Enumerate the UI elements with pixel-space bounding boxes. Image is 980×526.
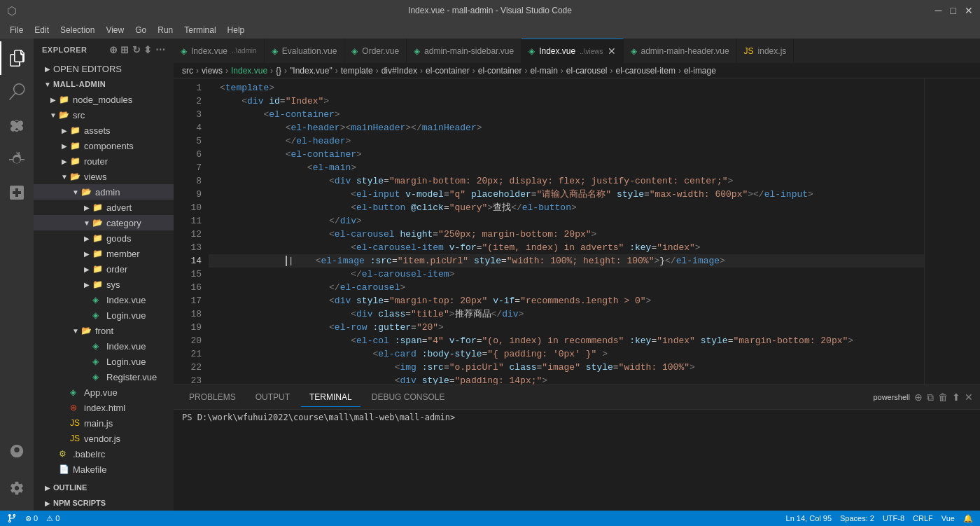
panel-tab-output[interactable]: OUTPUT	[247, 388, 298, 406]
sidebar-item-sys[interactable]: ▶ 📁 sys	[34, 277, 174, 292]
index-html-label: index.html	[84, 403, 125, 413]
sidebar-item-register[interactable]: ◈ Register.vue	[34, 369, 174, 385]
status-filetype[interactable]: Vue	[941, 514, 955, 522]
breadcrumb-carousel[interactable]: el-carousel	[566, 66, 608, 76]
tab-header-vue[interactable]: ◈ admin-main-header.vue	[624, 39, 737, 63]
sidebar-item-app-vue[interactable]: ◈ App.vue	[34, 385, 174, 400]
panel-tab-problems[interactable]: PROBLEMS	[181, 388, 244, 406]
breadcrumb-carousel-item[interactable]: el-carousel-item	[616, 66, 676, 76]
activity-search[interactable]	[0, 75, 34, 109]
breadcrumb-container1[interactable]: el-container	[426, 66, 470, 76]
tab-label: admin-main-sidebar.vue	[424, 46, 514, 56]
maximize-button[interactable]: □	[951, 5, 956, 16]
tab-sidebar-vue[interactable]: ◈ admin-main-sidebar.vue	[407, 39, 522, 63]
status-eol[interactable]: CRLF	[913, 514, 933, 522]
tab-order[interactable]: ◈ Order.vue	[344, 39, 407, 63]
breadcrumb-braces[interactable]: {}	[276, 66, 281, 76]
goods-label: goods	[106, 233, 131, 244]
more-icon[interactable]: ⋯	[155, 44, 166, 55]
sidebar-section-npm[interactable]: ▶ NPM SCRIPTS	[34, 495, 174, 511]
menu-terminal[interactable]: Terminal	[178, 24, 221, 36]
close-panel-button[interactable]: ✕	[965, 392, 973, 403]
sidebar-item-admin-index[interactable]: ◈ Index.vue	[34, 292, 174, 307]
vue-icon: ◈	[181, 46, 187, 56]
sidebar-item-front[interactable]: ▼ 📂 front	[34, 323, 174, 338]
activity-settings[interactable]	[0, 471, 34, 505]
activity-debug[interactable]	[0, 142, 34, 176]
new-terminal-button[interactable]: ⊕	[914, 392, 923, 403]
menu-go[interactable]: Go	[130, 24, 152, 36]
new-file-icon[interactable]: ⊕	[109, 44, 118, 55]
panel-content[interactable]: PS D:\work\wfuhui2022\course\mall\mall-w…	[174, 410, 980, 511]
sidebar-item-admin[interactable]: ▼ 📂 admin	[34, 184, 174, 200]
breadcrumb-views[interactable]: views	[202, 66, 223, 76]
sidebar-item-index-html[interactable]: ⊛ index.html	[34, 400, 174, 415]
sidebar-item-router[interactable]: ▶ 📁 router	[34, 153, 174, 169]
sidebar-item-makefile[interactable]: 📄 Makefile	[34, 462, 174, 477]
breadcrumb-file[interactable]: Index.vue	[231, 66, 267, 76]
status-spaces[interactable]: Spaces: 2	[840, 514, 874, 522]
sidebar-item-category[interactable]: ▼ 📂 category	[34, 215, 174, 230]
new-folder-icon[interactable]: ⊞	[120, 44, 130, 55]
maximize-panel-button[interactable]: ⬆	[952, 392, 960, 403]
tab-close-button[interactable]: ✕	[608, 46, 616, 57]
menu-edit[interactable]: Edit	[29, 24, 55, 36]
activity-git[interactable]	[0, 109, 34, 142]
sidebar-item-node-modules[interactable]: ▶ 📁 node_modules	[34, 92, 174, 107]
sidebar-item-vendor-js[interactable]: JS vendor.js	[34, 431, 174, 446]
activity-extensions[interactable]	[0, 176, 34, 209]
status-ln-col[interactable]: Ln 14, Col 95	[786, 514, 832, 522]
panel-tab-debug[interactable]: DEBUG CONSOLE	[363, 388, 454, 406]
panel-tab-terminal[interactable]: TERMINAL	[301, 388, 360, 407]
sidebar-item-babelrc[interactable]: ⚙ .babelrc	[34, 446, 174, 462]
breadcrumb-image[interactable]: el-image	[684, 66, 716, 76]
menu-selection[interactable]: Selection	[55, 24, 100, 36]
sidebar-item-admin-login[interactable]: ◈ Login.vue	[34, 307, 174, 323]
menu-run[interactable]: Run	[152, 24, 178, 36]
vue-icon: ◈	[631, 46, 637, 56]
status-notification[interactable]: 🔔	[963, 514, 973, 523]
sidebar-item-member[interactable]: ▶ 📁 member	[34, 246, 174, 261]
sidebar-section-outline[interactable]: ▶ OUTLINE	[34, 480, 174, 495]
tab-index-js[interactable]: JS index.js	[737, 39, 794, 63]
sidebar-item-goods[interactable]: ▶ 📁 goods	[34, 230, 174, 246]
sidebar-item-front-index[interactable]: ◈ Index.vue	[34, 338, 174, 354]
split-terminal-button[interactable]: ⧉	[927, 392, 934, 403]
status-warnings[interactable]: ⚠ 0	[46, 514, 59, 523]
sidebar-item-main-js[interactable]: JS main.js	[34, 415, 174, 431]
breadcrumb-src[interactable]: src	[182, 66, 193, 76]
sidebar-section-open-editors[interactable]: ▶ OPEN EDITORS	[34, 61, 174, 76]
minimize-button[interactable]: ─	[935, 5, 942, 16]
activity-explorer[interactable]	[0, 41, 34, 75]
status-encoding[interactable]: UTF-8	[883, 514, 904, 522]
status-git[interactable]	[7, 513, 17, 523]
sidebar-item-src[interactable]: ▼ 📂 src	[34, 107, 174, 123]
tab-index-views[interactable]: ◈ Index.vue ..\views ✕	[522, 39, 623, 63]
sidebar-item-front-login[interactable]: ◈ Login.vue	[34, 354, 174, 369]
activity-accounts[interactable]	[0, 435, 34, 469]
tab-evaluation[interactable]: ◈ Evaluation.vue	[265, 39, 345, 63]
breadcrumb-sep: ›	[420, 66, 423, 76]
breadcrumb-container2[interactable]: el-container	[478, 66, 522, 76]
sidebar-section-mall-admin[interactable]: ▼ MALL-ADMIN	[34, 76, 174, 92]
status-errors[interactable]: ⊗ 0	[25, 514, 38, 523]
collapse-icon[interactable]: ⬍	[144, 44, 153, 55]
breadcrumb-template[interactable]: template	[341, 66, 373, 76]
tab-index-admin[interactable]: ◈ Index.vue ..\admin	[174, 39, 265, 63]
sidebar-item-assets[interactable]: ▶ 📁 assets	[34, 123, 174, 138]
menu-file[interactable]: File	[4, 24, 29, 36]
breadcrumb-sep: ›	[472, 66, 475, 76]
kill-terminal-button[interactable]: 🗑	[938, 392, 948, 403]
breadcrumb-main[interactable]: el-main	[530, 66, 557, 76]
sidebar-item-components[interactable]: ▶ 📁 components	[34, 138, 174, 153]
menu-help[interactable]: Help	[222, 24, 251, 36]
close-button[interactable]: ✕	[965, 5, 973, 16]
code-content[interactable]: <template> <div id="Index"> <el-containe…	[209, 78, 924, 385]
refresh-icon[interactable]: ↻	[132, 44, 141, 55]
menu-view[interactable]: View	[100, 24, 130, 36]
sidebar-item-order[interactable]: ▶ 📁 order	[34, 261, 174, 277]
sidebar-item-views[interactable]: ▼ 📂 views	[34, 169, 174, 184]
breadcrumb-indexvue[interactable]: "Index.vue"	[290, 66, 332, 76]
sidebar-item-advert[interactable]: ▶ 📁 advert	[34, 200, 174, 215]
breadcrumb-div[interactable]: div#Index	[382, 66, 417, 76]
